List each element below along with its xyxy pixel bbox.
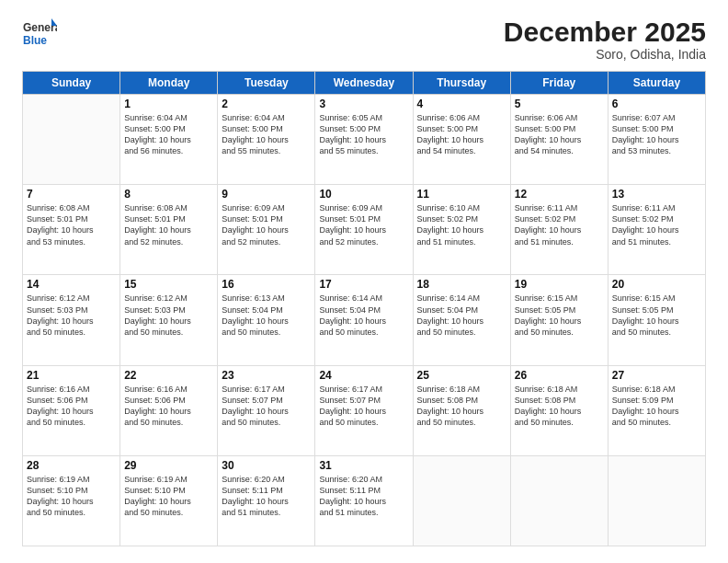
calendar-day-cell: 29Sunrise: 6:19 AMSunset: 5:10 PMDayligh… xyxy=(120,455,218,546)
header: General Blue December 2025 Soro, Odisha,… xyxy=(22,17,706,62)
calendar-day-cell: 9Sunrise: 6:09 AMSunset: 5:01 PMDaylight… xyxy=(218,185,315,275)
day-info: Sunrise: 6:18 AMSunset: 5:08 PMDaylight:… xyxy=(417,384,506,429)
calendar-day-cell xyxy=(413,455,510,546)
calendar-day-cell: 12Sunrise: 6:11 AMSunset: 5:02 PMDayligh… xyxy=(510,185,608,275)
col-thursday: Thursday xyxy=(413,72,510,95)
calendar-day-cell: 8Sunrise: 6:08 AMSunset: 5:01 PMDaylight… xyxy=(120,185,218,275)
col-tuesday: Tuesday xyxy=(218,72,315,95)
title-block: December 2025 Soro, Odisha, India xyxy=(504,17,706,62)
day-info: Sunrise: 6:04 AMSunset: 5:00 PMDaylight:… xyxy=(124,112,213,157)
day-info: Sunrise: 6:14 AMSunset: 5:04 PMDaylight:… xyxy=(319,293,408,338)
calendar-day-cell: 24Sunrise: 6:17 AMSunset: 5:07 PMDayligh… xyxy=(315,365,413,455)
day-info: Sunrise: 6:17 AMSunset: 5:07 PMDaylight:… xyxy=(319,384,408,429)
day-number: 19 xyxy=(515,278,604,291)
day-number: 29 xyxy=(124,459,213,472)
calendar-day-cell xyxy=(23,95,120,185)
col-wednesday: Wednesday xyxy=(315,72,413,95)
calendar-day-cell: 26Sunrise: 6:18 AMSunset: 5:08 PMDayligh… xyxy=(510,365,608,455)
day-info: Sunrise: 6:11 AMSunset: 5:02 PMDaylight:… xyxy=(612,202,701,247)
day-number: 1 xyxy=(124,98,213,110)
day-number: 20 xyxy=(612,278,701,291)
col-sunday: Sunday xyxy=(23,72,120,95)
week-row-5: 28Sunrise: 6:19 AMSunset: 5:10 PMDayligh… xyxy=(23,455,706,546)
col-monday: Monday xyxy=(120,72,218,95)
day-info: Sunrise: 6:04 AMSunset: 5:00 PMDaylight:… xyxy=(222,112,311,157)
page: General Blue December 2025 Soro, Odisha,… xyxy=(0,0,728,563)
day-info: Sunrise: 6:09 AMSunset: 5:01 PMDaylight:… xyxy=(319,202,408,247)
day-number: 4 xyxy=(417,98,506,110)
day-info: Sunrise: 6:05 AMSunset: 5:00 PMDaylight:… xyxy=(319,112,408,157)
day-number: 27 xyxy=(612,369,701,382)
day-info: Sunrise: 6:16 AMSunset: 5:06 PMDaylight:… xyxy=(27,384,116,429)
week-row-4: 21Sunrise: 6:16 AMSunset: 5:06 PMDayligh… xyxy=(23,365,706,455)
svg-text:Blue: Blue xyxy=(23,34,47,47)
calendar-day-cell: 3Sunrise: 6:05 AMSunset: 5:00 PMDaylight… xyxy=(315,95,413,185)
month-title: December 2025 xyxy=(504,17,706,47)
calendar-day-cell: 22Sunrise: 6:16 AMSunset: 5:06 PMDayligh… xyxy=(120,365,218,455)
day-number: 3 xyxy=(319,98,408,110)
day-number: 18 xyxy=(417,278,506,291)
day-info: Sunrise: 6:08 AMSunset: 5:01 PMDaylight:… xyxy=(27,202,116,247)
calendar-day-cell xyxy=(608,455,705,546)
calendar-day-cell: 1Sunrise: 6:04 AMSunset: 5:00 PMDaylight… xyxy=(120,95,218,185)
calendar-day-cell: 16Sunrise: 6:13 AMSunset: 5:04 PMDayligh… xyxy=(218,275,315,365)
location: Soro, Odisha, India xyxy=(504,47,706,62)
day-info: Sunrise: 6:19 AMSunset: 5:10 PMDaylight:… xyxy=(124,474,213,519)
day-info: Sunrise: 6:19 AMSunset: 5:10 PMDaylight:… xyxy=(27,474,116,519)
day-info: Sunrise: 6:06 AMSunset: 5:00 PMDaylight:… xyxy=(515,112,604,157)
week-row-3: 14Sunrise: 6:12 AMSunset: 5:03 PMDayligh… xyxy=(23,275,706,365)
calendar-day-cell: 23Sunrise: 6:17 AMSunset: 5:07 PMDayligh… xyxy=(218,365,315,455)
calendar-table: Sunday Monday Tuesday Wednesday Thursday… xyxy=(22,71,706,546)
calendar-day-cell: 6Sunrise: 6:07 AMSunset: 5:00 PMDaylight… xyxy=(608,95,705,185)
day-number: 12 xyxy=(515,188,604,201)
day-info: Sunrise: 6:15 AMSunset: 5:05 PMDaylight:… xyxy=(515,293,604,338)
week-row-1: 1Sunrise: 6:04 AMSunset: 5:00 PMDaylight… xyxy=(23,95,706,185)
calendar-day-cell: 21Sunrise: 6:16 AMSunset: 5:06 PMDayligh… xyxy=(23,365,120,455)
calendar-day-cell: 31Sunrise: 6:20 AMSunset: 5:11 PMDayligh… xyxy=(315,455,413,546)
day-info: Sunrise: 6:09 AMSunset: 5:01 PMDaylight:… xyxy=(222,202,311,247)
day-number: 5 xyxy=(515,98,604,110)
logo-icon: General Blue xyxy=(22,17,57,52)
day-number: 23 xyxy=(222,369,311,382)
day-number: 16 xyxy=(222,278,311,291)
calendar-day-cell: 10Sunrise: 6:09 AMSunset: 5:01 PMDayligh… xyxy=(315,185,413,275)
day-number: 2 xyxy=(222,98,311,110)
col-saturday: Saturday xyxy=(608,72,705,95)
day-info: Sunrise: 6:12 AMSunset: 5:03 PMDaylight:… xyxy=(124,293,213,338)
day-number: 14 xyxy=(27,278,116,291)
day-number: 11 xyxy=(417,188,506,201)
calendar-day-cell: 13Sunrise: 6:11 AMSunset: 5:02 PMDayligh… xyxy=(608,185,705,275)
week-row-2: 7Sunrise: 6:08 AMSunset: 5:01 PMDaylight… xyxy=(23,185,706,275)
day-info: Sunrise: 6:12 AMSunset: 5:03 PMDaylight:… xyxy=(27,293,116,338)
day-info: Sunrise: 6:18 AMSunset: 5:09 PMDaylight:… xyxy=(612,384,701,429)
day-info: Sunrise: 6:18 AMSunset: 5:08 PMDaylight:… xyxy=(515,384,604,429)
calendar-day-cell: 18Sunrise: 6:14 AMSunset: 5:04 PMDayligh… xyxy=(413,275,510,365)
day-info: Sunrise: 6:07 AMSunset: 5:00 PMDaylight:… xyxy=(612,112,701,157)
day-number: 30 xyxy=(222,459,311,472)
calendar-day-cell: 4Sunrise: 6:06 AMSunset: 5:00 PMDaylight… xyxy=(413,95,510,185)
calendar-day-cell: 25Sunrise: 6:18 AMSunset: 5:08 PMDayligh… xyxy=(413,365,510,455)
logo: General Blue xyxy=(22,17,57,55)
day-number: 15 xyxy=(124,278,213,291)
day-info: Sunrise: 6:14 AMSunset: 5:04 PMDaylight:… xyxy=(417,293,506,338)
calendar-day-cell: 2Sunrise: 6:04 AMSunset: 5:00 PMDaylight… xyxy=(218,95,315,185)
day-info: Sunrise: 6:15 AMSunset: 5:05 PMDaylight:… xyxy=(612,293,701,338)
calendar-day-cell: 19Sunrise: 6:15 AMSunset: 5:05 PMDayligh… xyxy=(510,275,608,365)
day-number: 25 xyxy=(417,369,506,382)
calendar-header-row: Sunday Monday Tuesday Wednesday Thursday… xyxy=(23,72,706,95)
calendar-day-cell: 20Sunrise: 6:15 AMSunset: 5:05 PMDayligh… xyxy=(608,275,705,365)
day-info: Sunrise: 6:20 AMSunset: 5:11 PMDaylight:… xyxy=(222,474,311,519)
day-info: Sunrise: 6:16 AMSunset: 5:06 PMDaylight:… xyxy=(124,384,213,429)
calendar-day-cell: 15Sunrise: 6:12 AMSunset: 5:03 PMDayligh… xyxy=(120,275,218,365)
day-number: 21 xyxy=(27,369,116,382)
day-info: Sunrise: 6:13 AMSunset: 5:04 PMDaylight:… xyxy=(222,293,311,338)
calendar-day-cell: 5Sunrise: 6:06 AMSunset: 5:00 PMDaylight… xyxy=(510,95,608,185)
day-number: 22 xyxy=(124,369,213,382)
day-info: Sunrise: 6:06 AMSunset: 5:00 PMDaylight:… xyxy=(417,112,506,157)
day-info: Sunrise: 6:08 AMSunset: 5:01 PMDaylight:… xyxy=(124,202,213,247)
day-number: 6 xyxy=(612,98,701,110)
day-number: 31 xyxy=(319,459,408,472)
day-number: 24 xyxy=(319,369,408,382)
day-number: 7 xyxy=(27,188,116,201)
day-number: 26 xyxy=(515,369,604,382)
